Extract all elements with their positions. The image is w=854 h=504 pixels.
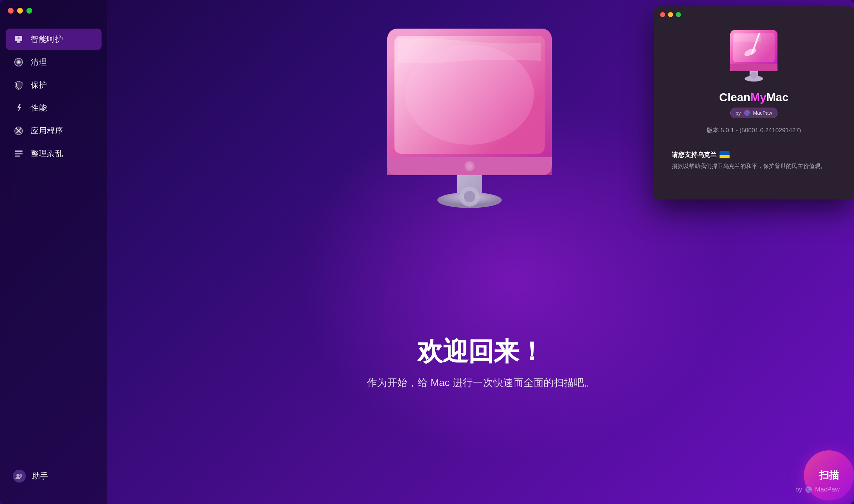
branding-by: by [795,486,802,493]
about-divider [668,143,840,143]
sidebar-item-apps-label: 应用程序 [31,125,63,136]
about-app-name-mac: Mac [766,91,789,104]
about-maximize-button[interactable] [676,12,681,17]
about-app-name-clean: Clean [719,91,750,104]
about-version: 版本 5.0.1 - (50001.0.2410291427) [707,126,801,134]
svg-rect-2 [16,43,21,43]
about-app-icon [725,26,782,84]
svg-text:🐾: 🐾 [745,111,750,115]
performance-icon [13,102,24,114]
about-close-button[interactable] [660,12,665,17]
svg-point-19 [464,191,475,202]
sidebar-item-apps[interactable]: 应用程序 [6,120,102,142]
svg-point-16 [19,474,22,477]
sidebar-item-helper[interactable]: 助手 [0,463,107,490]
ukraine-flag-icon [720,151,730,158]
traffic-light-close[interactable] [8,8,14,14]
about-badge-by: by [736,110,741,116]
protect-icon [13,79,24,91]
traffic-light-minimize[interactable] [17,8,23,14]
svg-point-27 [750,71,757,79]
branding-brand: MacPaw [815,486,840,493]
svg-text:🐾: 🐾 [806,487,811,492]
sidebar-item-organize[interactable]: 整理杂乱 [6,143,102,164]
welcome-section: 欢迎回来！ 作为开始，给 Mac 进行一次快速而全面的扫描吧。 [367,335,594,390]
sidebar: 智能呵护 清理 [0,0,107,504]
helper-icon [13,470,26,483]
svg-point-3 [18,37,20,39]
about-app-name-my: My [750,91,766,104]
apps-icon [13,125,24,137]
sidebar-item-clean[interactable]: 清理 [6,51,102,73]
svg-point-6 [18,61,20,63]
about-minimize-button[interactable] [668,12,673,17]
sidebar-item-helper-label: 助手 [32,471,48,481]
sidebar-item-organize-label: 整理杂乱 [31,148,63,159]
about-dialog-traffic-lights [654,6,854,23]
svg-point-25 [405,45,534,145]
organize-icon [13,148,24,159]
about-ukraine-title: 请您支持乌克兰 [672,150,836,159]
welcome-title: 欢迎回来！ [367,335,594,369]
imac-illustration [359,18,580,225]
welcome-subtitle: 作为开始，给 Mac 进行一次快速而全面的扫描吧。 [367,376,594,390]
about-app-name: CleanMyMac [719,91,789,104]
svg-rect-13 [15,153,23,154]
traffic-light-maximize[interactable] [26,8,32,14]
macpaw-paw-icon: 🐾 [744,110,750,116]
sidebar-item-performance[interactable]: 性能 [6,97,102,119]
about-content: CleanMyMac by 🐾 MacPaw 版本 5.0.1 - (50001… [654,23,854,199]
about-ukraine-section: 请您支持乌克兰 捐款以帮助我们捍卫乌克兰的和平，保护普世的民主价值观。 [668,150,840,171]
sidebar-items: 智能呵护 清理 [0,21,107,463]
about-ukraine-title-text: 请您支持乌克兰 [672,150,717,159]
svg-rect-14 [15,155,20,157]
about-badge: by 🐾 MacPaw [730,108,777,118]
app-window: 智能呵护 清理 [0,0,854,504]
svg-point-15 [16,474,19,477]
sidebar-item-performance-label: 性能 [31,103,47,113]
svg-rect-1 [17,41,20,43]
sidebar-item-protect-label: 保护 [31,80,47,90]
svg-point-24 [467,163,472,169]
clean-icon [13,56,24,68]
traffic-lights [8,8,32,14]
sidebar-item-smart-care-label: 智能呵护 [31,34,63,45]
macpaw-brand-icon: 🐾 [805,486,812,493]
svg-rect-12 [15,150,23,152]
svg-marker-8 [17,104,21,112]
branding: by 🐾 MacPaw [795,486,840,493]
about-dialog: CleanMyMac by 🐾 MacPaw 版本 5.0.1 - (50001… [654,6,854,199]
smart-care-icon [13,34,24,45]
sidebar-item-clean-label: 清理 [31,57,47,68]
about-ukraine-text: 捐款以帮助我们捍卫乌克兰的和平，保护普世的民主价值观。 [672,162,836,171]
sidebar-item-protect[interactable]: 保护 [6,74,102,96]
about-badge-brand: MacPaw [753,110,772,116]
sidebar-item-smart-care[interactable]: 智能呵护 [6,29,102,50]
